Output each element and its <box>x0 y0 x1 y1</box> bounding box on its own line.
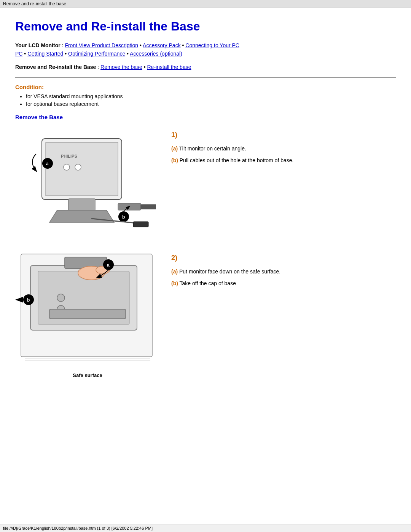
step-2-text: (a) Put monitor face down on the safe su… <box>171 267 396 288</box>
svg-marker-8 <box>49 210 114 222</box>
svg-rect-9 <box>118 203 141 210</box>
step-2-letter-a: (a) <box>171 268 178 275</box>
step-1-letter-b: (b) <box>171 157 178 163</box>
svg-point-3 <box>64 164 70 170</box>
svg-text:a: a <box>107 262 110 268</box>
svg-text:b: b <box>122 214 125 220</box>
nav-link-front-view[interactable]: Front View Product Description <box>65 42 138 48</box>
title-bar-text: Remove and re-install the base <box>3 1 66 6</box>
step-1-number: 1) <box>171 131 396 139</box>
nav-link-reinstall-base[interactable]: Re-install the base <box>147 64 191 70</box>
step-2-instructions: 2) (a) Put monitor face down on the safe… <box>171 250 396 291</box>
main-content: Remove and Re-install the Base Your LCD … <box>0 8 411 409</box>
condition-item-1: for VESA standard mounting applications <box>26 93 396 99</box>
step-1-instructions: 1) (a) Tilt monitor on certain angle. (b… <box>171 127 396 168</box>
nav-link-connecting[interactable]: Connecting to Your PC <box>185 42 239 48</box>
step-2-section: a b Safe surface 2) (a) <box>15 250 396 378</box>
footer-text: file:///D|/Grace/K1/english/180b2p/insta… <box>3 526 153 530</box>
svg-point-4 <box>75 164 81 170</box>
step-1-letter-a: (a) <box>171 145 178 152</box>
svg-point-19 <box>57 294 65 302</box>
footer-bar: file:///D|/Grace/K1/english/180b2p/insta… <box>0 524 411 532</box>
step-2-text-a: Put monitor face down on the safe surfac… <box>179 268 280 275</box>
step-1-text: (a) Tilt monitor on certain angle. (b) P… <box>171 144 396 165</box>
title-bar: Remove and re-install the base <box>0 0 411 8</box>
step-1-text-b: Pull cables out of the hole at the botto… <box>180 157 294 163</box>
nav-your-lcd: Your LCD Monitor : Front View Product De… <box>15 41 396 58</box>
page-heading: Remove and Re-install the Base <box>15 19 396 34</box>
nav-remove-reinstall: Remove and Re-install the Base : Remove … <box>15 63 396 71</box>
nav-link-getting-started[interactable]: Getting Started <box>27 51 63 57</box>
svg-rect-7 <box>68 199 95 210</box>
svg-rect-15 <box>133 222 148 227</box>
your-lcd-label: Your LCD Monitor <box>15 42 61 48</box>
step-1-svg: PHILIPS a <box>15 127 156 234</box>
step-2-image: a b Safe surface <box>15 250 160 378</box>
step-1-part-a: (a) Tilt monitor on certain angle. <box>171 144 396 153</box>
condition-title: Condition: <box>15 84 396 90</box>
step-2-number: 2) <box>171 254 396 262</box>
divider <box>15 77 396 78</box>
svg-rect-29 <box>49 309 126 319</box>
condition-list: for VESA standard mounting applications … <box>15 93 396 107</box>
step-2-part-a: (a) Put monitor face down on the safe su… <box>171 267 396 276</box>
svg-rect-10 <box>141 204 156 209</box>
condition-item-2: for optional bases replacement <box>26 101 396 107</box>
nav-link-accessories[interactable]: Accessories (optional) <box>130 51 182 57</box>
step-2-text-b: Take off the cap of base <box>180 280 236 286</box>
step-1-text-a: Tilt monitor on certain angle. <box>179 145 246 152</box>
nav-link-pc[interactable]: PC <box>15 51 22 57</box>
step-2-letter-b: (b) <box>171 280 178 286</box>
step-1-part-b: (b) Pull cables out of the hole at the b… <box>171 156 396 165</box>
nav-link-remove-base[interactable]: Remove the base <box>100 64 142 70</box>
step-1-image: PHILIPS a <box>15 127 160 235</box>
step-1-section: PHILIPS a <box>15 127 396 235</box>
remove-reinstall-label: Remove and Re-install the Base <box>15 64 96 70</box>
svg-rect-1 <box>46 142 118 196</box>
remove-base-title: Remove the Base <box>15 114 396 120</box>
nav-link-optimizing[interactable]: Optimizing Performance <box>68 51 125 57</box>
svg-text:b: b <box>27 297 30 303</box>
safe-surface-label: Safe surface <box>15 372 160 378</box>
step-2-svg: a b <box>15 250 156 368</box>
step-2-part-b: (b) Take off the cap of base <box>171 279 396 288</box>
svg-text:a: a <box>46 161 49 166</box>
svg-text:PHILIPS: PHILIPS <box>61 154 77 158</box>
nav-link-accessory[interactable]: Accessory Pack <box>143 42 181 48</box>
